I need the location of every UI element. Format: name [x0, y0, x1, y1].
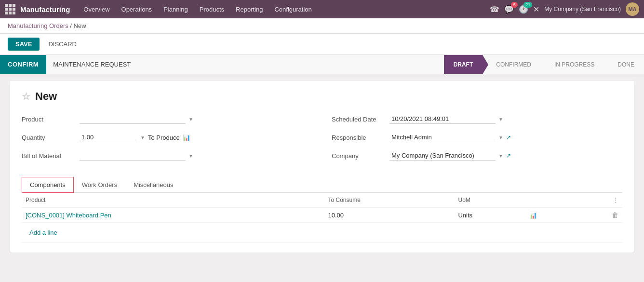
scheduled-date-row: Scheduled Date ▼ [332, 112, 622, 126]
clock-badge-wrap[interactable]: 🕐 21 [519, 5, 528, 14]
nav-overview[interactable]: Overview [79, 4, 114, 15]
status-bar: CONFIRM MAINTENANCE REQUEST DRAFT CONFIR… [0, 55, 644, 74]
content-area: ☆ New Product ▼ Quantity ▼ [0, 74, 644, 267]
app-brand: Manufacturing [20, 5, 70, 13]
status-in-progress[interactable]: IN PROGRESS [541, 55, 604, 74]
responsible-label: Responsible [332, 134, 389, 141]
company-row: Company ▼ ↗ [332, 149, 622, 162]
form-right-column: Scheduled Date ▼ Responsible ▼ ↗ Compa [332, 112, 622, 167]
table-more-options-icon[interactable]: ⋮ [613, 197, 618, 203]
row-chart: 📊 [525, 208, 576, 223]
close-icon[interactable]: ✕ [533, 5, 539, 14]
responsible-dropdown-arrow[interactable]: ▼ [498, 135, 503, 140]
bom-label: Bill of Material [22, 152, 80, 160]
scheduled-date-input[interactable] [389, 114, 496, 124]
nav-reporting[interactable]: Reporting [231, 4, 268, 15]
row-delete: 🗑 [576, 208, 622, 223]
add-line-row: Add a line [22, 223, 622, 243]
tab-components[interactable]: Components [22, 177, 74, 193]
save-button[interactable]: SAVE [8, 38, 40, 51]
company-value: ▼ ↗ [389, 151, 622, 161]
chat-badge: 5 [511, 2, 518, 8]
row-product-link[interactable]: [CONS_0001] Whiteboard Pen [26, 212, 111, 219]
avatar[interactable]: MA [626, 2, 639, 16]
form-fields-grid: Product ▼ Quantity ▼ To Produce 📊 [22, 112, 622, 167]
product-label: Product [22, 116, 80, 123]
breadcrumb-current: New [74, 22, 86, 29]
responsible-external-link[interactable]: ↗ [506, 134, 511, 141]
bom-input[interactable] [80, 151, 186, 161]
product-value: ▼ [80, 114, 312, 124]
row-to-consume: 10.00 [324, 208, 455, 223]
quantity-value: ▼ To Produce 📊 [80, 133, 312, 142]
breadcrumb-parent[interactable]: Manufacturing Orders [8, 22, 68, 29]
tabs-bar: Components Work Orders Miscellaneous [22, 177, 622, 193]
company-dropdown-arrow[interactable]: ▼ [498, 153, 503, 159]
bom-row: Bill of Material ▼ [22, 149, 312, 162]
col-header-uom: UoM [454, 193, 525, 208]
row-product: [CONS_0001] Whiteboard Pen [22, 208, 324, 223]
nav-operations[interactable]: Operations [117, 4, 157, 15]
form-card: ☆ New Product ▼ Quantity ▼ [10, 80, 634, 253]
confirm-button[interactable]: CONFIRM [0, 55, 46, 74]
table-header-row: Product To Consume UoM ⋮ [22, 193, 622, 208]
responsible-row: Responsible ▼ ↗ [332, 131, 622, 144]
chat-badge-wrap[interactable]: 💬 5 [504, 5, 514, 14]
app-grid-icon[interactable] [5, 4, 15, 14]
company-label: My Company (San Francisco) [544, 6, 621, 13]
breadcrumb-separator: / [68, 22, 74, 29]
row-uom: Units [454, 208, 525, 223]
responsible-input[interactable] [389, 133, 496, 142]
form-title: New [35, 90, 57, 103]
bom-dropdown-arrow[interactable]: ▼ [188, 153, 193, 159]
quantity-label: Quantity [22, 134, 80, 141]
row-chart-icon[interactable]: 📊 [529, 212, 537, 219]
nav-products[interactable]: Products [195, 4, 229, 15]
company-label-field: Company [332, 152, 389, 160]
action-bar: SAVE DISCARD [0, 34, 644, 55]
nav-planning[interactable]: Planning [159, 4, 193, 15]
quantity-dropdown-arrow[interactable]: ▼ [140, 135, 145, 140]
form-left-column: Product ▼ Quantity ▼ To Produce 📊 [22, 112, 312, 167]
nav-items: Overview Operations Planning Products Re… [79, 4, 490, 15]
status-confirmed[interactable]: CONFIRMED [483, 55, 541, 74]
discard-button[interactable]: DISCARD [43, 38, 81, 51]
top-nav: Manufacturing Overview Operations Planni… [0, 0, 644, 18]
nav-configuration[interactable]: Configuration [269, 4, 316, 15]
tab-miscellaneous[interactable]: Miscellaneous [125, 177, 181, 193]
delete-row-icon[interactable]: 🗑 [612, 211, 618, 219]
scheduled-date-dropdown-arrow[interactable]: ▼ [498, 117, 503, 122]
favorite-star-icon[interactable]: ☆ [22, 91, 30, 102]
col-header-actions: ⋮ [576, 193, 622, 208]
scheduled-date-label: Scheduled Date [332, 116, 389, 123]
phone-icon[interactable]: ☎ [490, 5, 499, 14]
nav-right: ☎ 💬 5 🕐 21 ✕ My Company (San Francisco) … [490, 2, 639, 16]
col-header-to-consume: To Consume [324, 193, 455, 208]
quantity-input[interactable] [80, 133, 137, 142]
responsible-value: ▼ ↗ [389, 133, 622, 142]
status-done[interactable]: DONE [604, 55, 644, 74]
status-bar-left: CONFIRM MAINTENANCE REQUEST [0, 55, 137, 74]
scheduled-date-value: ▼ [389, 114, 622, 124]
status-steps: DRAFT CONFIRMED IN PROGRESS DONE [444, 55, 644, 74]
table-row: [CONS_0001] Whiteboard Pen 10.00 Units 📊… [22, 208, 622, 223]
col-header-chart [525, 193, 576, 208]
clock-badge: 21 [523, 2, 532, 8]
add-line-button[interactable]: Add a line [26, 226, 61, 239]
product-input[interactable] [80, 114, 186, 124]
col-header-product: Product [22, 193, 324, 208]
quantity-row: Quantity ▼ To Produce 📊 [22, 131, 312, 144]
to-produce-label: To Produce [148, 134, 180, 141]
company-external-link[interactable]: ↗ [506, 152, 511, 159]
status-draft[interactable]: DRAFT [444, 55, 483, 74]
company-input[interactable] [389, 151, 496, 161]
product-dropdown-arrow[interactable]: ▼ [188, 117, 193, 122]
tab-work-orders[interactable]: Work Orders [74, 177, 125, 193]
add-line-cell: Add a line [22, 223, 622, 243]
bom-value: ▼ [80, 151, 312, 161]
product-row: Product ▼ [22, 112, 312, 126]
quantity-chart-icon[interactable]: 📊 [183, 134, 190, 141]
components-table: Product To Consume UoM ⋮ [CONS_0001] Whi… [22, 193, 622, 243]
maintenance-request-button[interactable]: MAINTENANCE REQUEST [46, 55, 137, 74]
breadcrumb: Manufacturing Orders / New [0, 18, 644, 34]
